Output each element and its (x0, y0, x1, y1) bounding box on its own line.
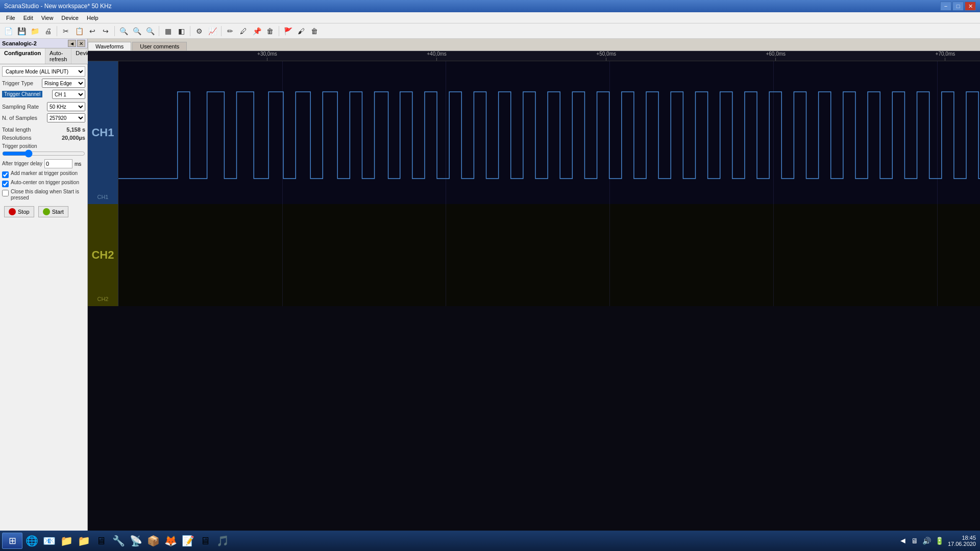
ch2-small-label: CH2 (97, 296, 108, 302)
close-dialog-checkbox[interactable] (2, 190, 9, 196)
tick-line-60ms (775, 58, 776, 61)
n-samples-label: N. of Samples (2, 115, 37, 121)
ch1-row: CH1 CH1 (88, 61, 980, 204)
window-title: ScanaStudio - New workspace* 50 KHz (4, 3, 112, 10)
new-button[interactable]: 📄 (2, 25, 14, 37)
menu-view[interactable]: View (37, 14, 58, 22)
waveform-area: Waveforms User comments +30,0ms +40,0ms … (88, 39, 980, 537)
eraser-button[interactable]: 🗑 (264, 25, 276, 37)
n-samples-select[interactable]: 257920 (47, 113, 85, 122)
time-tick-50ms: +50,0ms (596, 51, 616, 61)
print-button[interactable]: 🖨 (42, 25, 54, 37)
taskbar-package-icon[interactable]: 📦 (145, 533, 161, 549)
waveform-tabs: Waveforms User comments (88, 39, 980, 51)
auto-center-label: Auto-center on trigger position (11, 180, 79, 186)
panel-arrow-button[interactable]: ◄ (68, 40, 76, 47)
channels-area: CH1 CH1 (88, 61, 980, 537)
minimize-button[interactable]: − (940, 2, 951, 11)
title-bar-controls: − □ ✕ (940, 2, 976, 11)
open-button[interactable]: 📁 (29, 25, 41, 37)
separator2 (114, 26, 115, 36)
panel-close-button[interactable]: ✕ (77, 40, 85, 47)
trigger-type-select[interactable]: Rising Edge (42, 79, 85, 88)
taskbar-tools-icon[interactable]: 🔧 (110, 533, 127, 549)
taskbar-ie-icon[interactable]: 🌐 (23, 533, 40, 549)
auto-center-checkbox[interactable] (2, 181, 9, 187)
total-length-row: Total length 5,158 s (2, 127, 85, 133)
redo-button[interactable]: ↪ (100, 25, 112, 37)
taskbar: ⊞ 🌐 📧 📁 📁 🖥 🔧 📡 📦 🦊 📝 🖥 🎵 ◄ 🖥 🔊 🔋 18:45 … (0, 531, 980, 551)
taskbar-music-icon[interactable]: 🎵 (214, 533, 231, 549)
grid-button[interactable]: ▦ (162, 25, 174, 37)
zoom-out-button[interactable]: 🔍 (144, 25, 156, 37)
stop-icon (9, 208, 16, 215)
tab-waveforms[interactable]: Waveforms (88, 42, 131, 51)
taskbar-network-icon[interactable]: 📡 (128, 533, 144, 549)
menu-file[interactable]: File (2, 14, 19, 22)
add-marker-checkbox[interactable] (2, 171, 9, 178)
ch2-signal[interactable] (118, 204, 980, 306)
separator6 (279, 26, 279, 36)
marker-button[interactable]: 📌 (251, 25, 263, 37)
panel-content: Capture Mode (ALL INPUT) Trigger Type Ri… (0, 64, 87, 537)
trigger-position-label-container: Trigger position (2, 143, 85, 149)
main-layout: Scanalogic-2 ◄ ✕ Configuration Auto-refr… (0, 39, 980, 537)
undo-button[interactable]: ↩ (86, 25, 99, 37)
split-button[interactable]: ◧ (175, 25, 187, 37)
close-button[interactable]: ✕ (965, 2, 976, 11)
cut-button[interactable]: ✂ (60, 25, 72, 37)
empty-bottom-area (88, 306, 980, 537)
tab-user-comments[interactable]: User comments (132, 42, 187, 51)
taskbar-monitor-icon[interactable]: 🖥 (93, 533, 109, 549)
panel-titlebar: Scanalogic-2 ◄ ✕ (0, 39, 87, 48)
start-menu-button[interactable]: ⊞ (2, 533, 22, 549)
btn-row: Stop Start (2, 204, 85, 219)
tray-time: 18:45 17.06.2020 (948, 535, 976, 547)
start-button[interactable]: Start (38, 206, 68, 217)
paint-button[interactable]: 🖌 (295, 25, 307, 37)
after-trigger-delay-input[interactable] (44, 159, 72, 168)
menu-bar: File Edit View Device Help (0, 12, 980, 23)
save-button[interactable]: 💾 (15, 25, 28, 37)
tab-configuration[interactable]: Configuration (0, 48, 45, 64)
trigger-channel-row: Trigger Channel CH 1 (2, 90, 85, 99)
flag-button[interactable]: 🚩 (282, 25, 294, 37)
taskbar-email-icon[interactable]: 📧 (41, 533, 57, 549)
time-tick-30ms: +30,0ms (257, 51, 277, 61)
capture-mode-select[interactable]: Capture Mode (ALL INPUT) (2, 66, 85, 77)
tray-arrow-icon[interactable]: ◄ (899, 536, 907, 545)
after-trigger-delay-row: After trigger delay ms (2, 159, 85, 168)
settings-button[interactable]: ⚙ (193, 25, 205, 37)
trigger-position-slider[interactable] (2, 150, 85, 157)
ch2-big-label: CH2 (91, 248, 114, 262)
ch2-waveform-svg (118, 204, 980, 306)
ch2-label-area: CH2 CH2 (88, 204, 118, 306)
taskbar-scana-icon[interactable]: 🖥 (197, 533, 213, 549)
taskbar-folder2-icon[interactable]: 📁 (76, 533, 92, 549)
resolutions-value: 20,000µs (62, 135, 85, 141)
delete-button[interactable]: 🗑 (308, 25, 321, 37)
start-icon (43, 208, 50, 215)
stop-button[interactable]: Stop (4, 206, 34, 217)
zoom-fit-button[interactable]: 🔍 (117, 25, 130, 37)
taskbar-word-icon[interactable]: 📝 (180, 533, 196, 549)
maximize-button[interactable]: □ (952, 2, 964, 11)
sampling-rate-select[interactable]: 50 KHz (47, 102, 85, 111)
menu-edit[interactable]: Edit (19, 14, 37, 22)
tab-autorefresh[interactable]: Auto-refresh (45, 48, 71, 64)
chart-button[interactable]: 📈 (206, 25, 218, 37)
pencil-button[interactable]: ✏ (224, 25, 236, 37)
taskbar-firefox-icon[interactable]: 🦊 (162, 533, 179, 549)
tray-battery-icon: 🔋 (935, 537, 944, 545)
left-panel: Scanalogic-2 ◄ ✕ Configuration Auto-refr… (0, 39, 88, 537)
trigger-channel-select[interactable]: CH 1 (52, 90, 85, 99)
zoom-in-button[interactable]: 🔍 (131, 25, 143, 37)
total-length-value: 5,158 s (66, 127, 85, 133)
menu-device[interactable]: Device (57, 14, 83, 22)
ch1-signal[interactable] (118, 61, 980, 204)
copy-button[interactable]: 📋 (73, 25, 85, 37)
menu-help[interactable]: Help (83, 14, 103, 22)
separator4 (190, 26, 190, 36)
pen-button[interactable]: 🖊 (237, 25, 250, 37)
taskbar-folder1-icon[interactable]: 📁 (58, 533, 75, 549)
